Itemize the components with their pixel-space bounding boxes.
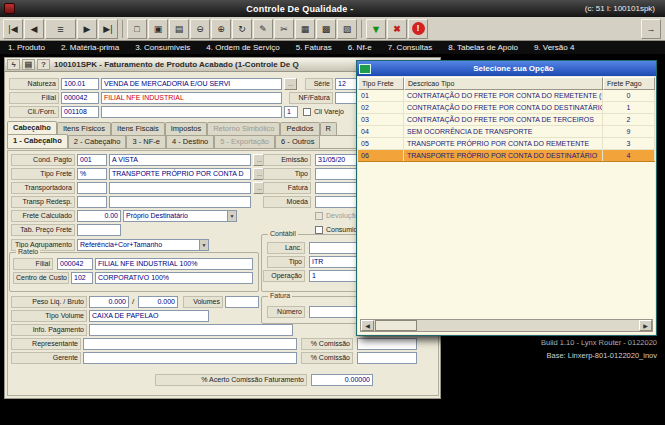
browse-list-icon[interactable]: ≡ [45,19,76,39]
transportadora-desc-field[interactable] [109,182,251,194]
filial-code-field[interactable]: 000042 [61,92,99,104]
nav-first-icon[interactable]: |◀ [3,19,23,39]
zoom-out-icon[interactable]: ⊖ [190,19,210,39]
tab-r[interactable]: R [320,122,337,135]
dialog-row-selected[interactable]: 06 TRANSPORTE PRÓPRIO POR CONTA DO DESTI… [358,150,655,162]
gerente-field[interactable] [83,352,297,364]
frete-destinatario-select[interactable]: Próprio Destinatário▼ [123,210,237,222]
volumes-field[interactable] [225,296,259,308]
menu-item-tabelas-apoio[interactable]: 8. Tabelas de Apoio [440,41,526,54]
nav-prev-icon[interactable]: ◀ [24,19,44,39]
natureza-lookup-button[interactable]: ... [284,78,297,90]
cliforn-code-field[interactable]: 001108 [61,106,99,118]
devolucao-checkbox[interactable] [315,212,323,220]
tipo-frete-code-field[interactable]: % [77,168,107,180]
column-header-frete-pago[interactable]: Frete Pago [603,77,655,90]
report-icon[interactable]: ▧ [337,19,357,39]
new-document-icon[interactable]: □ [127,19,147,39]
peso-liq-field[interactable]: 0.000 [89,296,129,308]
filial-desc-field[interactable]: FILIAL NFE INDUSTRIAL [101,92,282,104]
help-icon[interactable]: ? [37,59,50,70]
tab-pedidos[interactable]: Pedidos [280,122,319,135]
rateio-filial-desc-field[interactable]: FILIAL NFE INDUSTRIAL 100% [95,258,253,270]
nav-last-icon[interactable]: ▶| [98,19,118,39]
alert-icon[interactable]: ! [408,19,428,39]
scrollbar-track[interactable] [417,320,639,331]
scroll-left-icon[interactable]: ◀ [361,320,374,331]
print-icon[interactable]: ▤ [169,19,189,39]
menu-item-ordem-servico[interactable]: 4. Ordem de Serviço [198,41,287,54]
cliforn-desc-field[interactable] [101,106,282,118]
comissao1-field[interactable] [357,338,417,350]
subtab-3-nfe[interactable]: 3 - NF-e [126,135,166,148]
session-info: (c: 51 l: 100101spk) [585,4,655,13]
chevron-down-icon[interactable]: ▼ [227,211,236,221]
dialog-row[interactable]: 04 SEM OCORRÊNCIA DE TRANSPORTE 9 [358,126,655,138]
menu-item-nfe[interactable]: 6. Nf-e [340,41,380,54]
tipo-frete-desc-field[interactable]: TRANSPORTE PRÓPRIO POR CONTA D [109,168,251,180]
zoom-in-icon[interactable]: ⊕ [211,19,231,39]
transp-redesp-desc-field[interactable] [109,196,251,208]
menu-item-consumiveis[interactable]: 3. Consumíveis [127,41,198,54]
dialog-row[interactable]: 05 TRANSPORTE PRÓPRIO POR CONTA DO REMET… [358,138,655,150]
scroll-right-icon[interactable]: ▶ [639,320,652,331]
transportadora-code-field[interactable] [77,182,107,194]
cli-varejo-checkbox[interactable] [303,108,311,116]
subtab-1-cabecalho[interactable]: 1 - Cabeçalho [7,134,68,148]
print-icon[interactable]: ▤ [22,59,35,70]
acerto-comissao-field[interactable]: 0.00000 [311,374,373,386]
calculator-icon[interactable]: ▦ [295,19,315,39]
menu-item-versao4[interactable]: 9. Versão 4 [526,41,582,54]
exit-icon[interactable]: → [641,19,661,39]
tipo-frete-label: Tipo Frete [11,168,75,180]
cond-pagto-code-field[interactable]: 001 [77,154,107,166]
menu-item-produto[interactable]: 1. Produto [0,41,53,54]
nav-next-icon[interactable]: ▶ [77,19,97,39]
dialog-row[interactable]: 03 CONTRATAÇÃO DO FRETE POR CONTA DE TER… [358,114,655,126]
menu-item-materia-prima[interactable]: 2. Matéria-prima [53,41,127,54]
subtab-2-cabecalho[interactable]: 2 - Cabeçalho [68,135,127,148]
comissao2-field[interactable] [357,352,417,364]
column-header-descricao-tipo[interactable]: Descricao Tipo [404,77,603,90]
cliforn-seq-field[interactable]: 1 [284,106,298,118]
tab-preco-frete-field[interactable] [77,224,121,236]
natureza-code-field[interactable]: 100.01 [61,78,99,90]
cond-pagto-desc-field[interactable]: A VISTA [109,154,251,166]
delete-icon[interactable]: ✖ [387,19,407,39]
tab-impostos[interactable]: Impostos [165,122,207,135]
row-desc: CONTRATAÇÃO DO FRETE POR CONTA DO DESTIN… [404,102,603,113]
tab-itens-fiscais[interactable]: Itens Fiscais [111,122,165,135]
column-header-tipo-frete[interactable]: Tipo Frete [358,77,404,90]
subtab-6-outros[interactable]: 6 - Outros [275,135,320,148]
chevron-down-icon[interactable]: ▼ [199,240,208,250]
cut-icon[interactable]: ✂ [274,19,294,39]
consumidor-final-checkbox[interactable] [315,226,323,234]
transp-redesp-code-field[interactable] [77,196,107,208]
menu-item-consultas[interactable]: 7. Consultas [380,41,440,54]
menu-item-faturas[interactable]: 5. Faturas [288,41,340,54]
bolt-icon[interactable]: ϟ [7,59,20,70]
frete-destinatario-value: Próprio Destinatário [126,212,188,219]
download-icon[interactable]: ▼ [366,19,386,39]
frete-calculado-field[interactable]: 0.00 [77,210,121,222]
refresh-icon[interactable]: ↻ [232,19,252,39]
info-pagamento-field[interactable] [89,324,293,336]
copy-document-icon[interactable]: ▣ [148,19,168,39]
natureza-desc-field[interactable]: VENDA DE MERCADORIA E/OU SERVI [101,78,282,90]
subtab-5-exportacao[interactable]: 5 - Exportação [214,135,275,148]
tab-retorno-simbolico[interactable]: Retorno Simbólico [207,122,280,135]
centro-custo-code-field[interactable]: 102 [71,272,93,284]
representante-field[interactable] [83,338,297,350]
edit-icon[interactable]: ✎ [253,19,273,39]
dialog-row[interactable]: 02 CONTRATAÇÃO DO FRETE POR CONTA DO DES… [358,102,655,114]
rateio-filial-code-field[interactable]: 000042 [57,258,93,270]
dialog-row[interactable]: 01 CONTRATAÇÃO DO FRETE POR CONTA DO REM… [358,90,655,102]
subtab-4-destino[interactable]: 4 - Destino [166,135,214,148]
tipo-volume-field[interactable]: CAIXA DE PAPELAO [89,310,209,322]
centro-custo-desc-field[interactable]: CORPORATIVO 100% [95,272,253,284]
calendar-icon[interactable]: ▩ [316,19,336,39]
peso-bruto-field[interactable]: 0.000 [138,296,178,308]
tipo-agrupamento-select[interactable]: Referência+Cor+Tamanho▼ [77,239,209,251]
scrollbar-thumb[interactable] [375,320,417,331]
tab-cabecalho[interactable]: Cabeçalho [7,121,57,135]
